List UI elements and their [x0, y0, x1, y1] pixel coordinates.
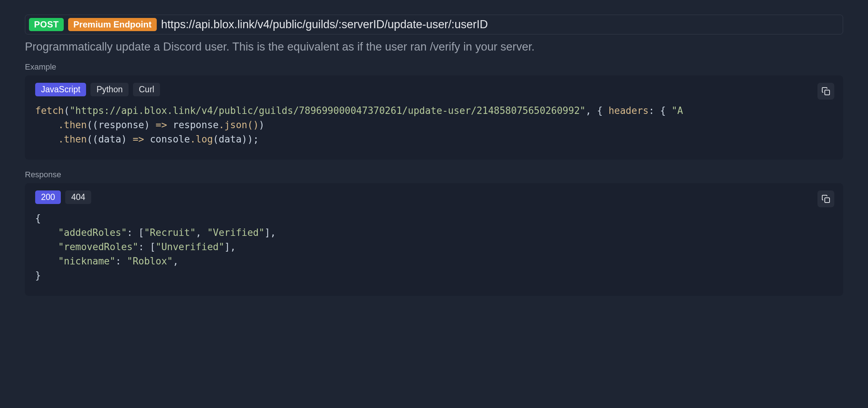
response-code-block: 200 404 { "addedRoles": ["Recruit", "Ver…: [25, 183, 843, 296]
status-tabs: 200 404: [35, 190, 833, 204]
code-token: response: [173, 119, 219, 130]
code-token: fetch: [35, 105, 64, 116]
tab-javascript[interactable]: JavaScript: [35, 83, 86, 96]
code-token: data: [98, 134, 121, 145]
code-token: .json(): [219, 119, 259, 130]
code-token: "addedRoles": [58, 227, 127, 238]
response-code: { "addedRoles": ["Recruit", "Verified"],…: [35, 211, 833, 283]
copy-icon: [821, 194, 830, 203]
code-token: =>: [156, 119, 167, 130]
code-token: .log: [190, 134, 213, 145]
example-code: fetch("https://api.blox.link/v4/public/g…: [35, 104, 833, 146]
svg-rect-1: [825, 198, 830, 203]
endpoint-header: POST Premium Endpoint https://api.blox.l…: [25, 15, 843, 34]
code-token: "A: [672, 105, 683, 116]
code-token: =>: [133, 134, 144, 145]
tab-python[interactable]: Python: [90, 83, 129, 96]
language-tabs: JavaScript Python Curl: [35, 83, 833, 96]
tab-curl[interactable]: Curl: [133, 83, 160, 96]
code-token: "Recruit": [144, 227, 196, 238]
endpoint-url: https://api.blox.link/v4/public/guilds/:…: [161, 18, 488, 31]
code-token: "Verified": [207, 227, 265, 238]
copy-response-button[interactable]: [817, 190, 834, 207]
code-token: headers: [608, 105, 649, 116]
copy-example-button[interactable]: [817, 83, 834, 100]
code-token: "https://api.blox.link/v4/public/guilds/…: [70, 105, 586, 116]
code-token: "nickname": [58, 256, 116, 267]
code-token: "Roblox": [127, 256, 173, 267]
code-token: response: [98, 119, 144, 130]
premium-badge: Premium Endpoint: [68, 18, 156, 31]
tab-status-404[interactable]: 404: [65, 190, 91, 204]
code-token: .then: [58, 119, 87, 130]
endpoint-description: Programmatically update a Discord user. …: [25, 40, 843, 53]
http-method-badge: POST: [29, 18, 64, 31]
code-token: "Unverified": [156, 241, 225, 252]
code-token: console: [150, 134, 190, 145]
example-code-block: JavaScript Python Curl fetch("https://ap…: [25, 75, 843, 160]
response-label: Response: [25, 170, 843, 179]
code-token: .then: [58, 134, 87, 145]
copy-icon: [821, 87, 830, 96]
code-token: data: [219, 134, 242, 145]
svg-rect-0: [825, 90, 830, 95]
tab-status-200[interactable]: 200: [35, 190, 61, 204]
example-label: Example: [25, 62, 843, 72]
code-token: "removedRoles": [58, 241, 138, 252]
